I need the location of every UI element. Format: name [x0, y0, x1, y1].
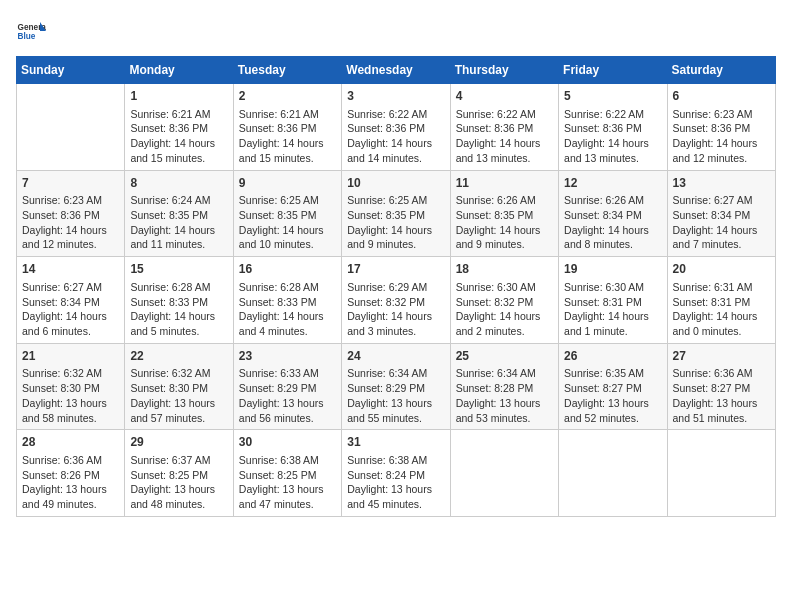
calendar-cell: 31Sunrise: 6:38 AMSunset: 8:24 PMDayligh… — [342, 430, 450, 517]
calendar-cell: 27Sunrise: 6:36 AMSunset: 8:27 PMDayligh… — [667, 343, 775, 430]
day-info: Daylight: 14 hours — [130, 223, 227, 238]
calendar-cell: 26Sunrise: 6:35 AMSunset: 8:27 PMDayligh… — [559, 343, 667, 430]
day-info: Daylight: 13 hours — [239, 396, 336, 411]
calendar-cell: 12Sunrise: 6:26 AMSunset: 8:34 PMDayligh… — [559, 170, 667, 257]
day-info: and 3 minutes. — [347, 324, 444, 339]
day-info: Sunset: 8:35 PM — [456, 208, 553, 223]
day-number: 15 — [130, 261, 227, 278]
calendar-cell: 1Sunrise: 6:21 AMSunset: 8:36 PMDaylight… — [125, 84, 233, 171]
day-header-thursday: Thursday — [450, 57, 558, 84]
day-info: and 7 minutes. — [673, 237, 770, 252]
day-info: Sunset: 8:36 PM — [673, 121, 770, 136]
day-info: and 2 minutes. — [456, 324, 553, 339]
calendar-cell — [667, 430, 775, 517]
calendar-cell: 17Sunrise: 6:29 AMSunset: 8:32 PMDayligh… — [342, 257, 450, 344]
day-info: Daylight: 14 hours — [673, 136, 770, 151]
header-row: SundayMondayTuesdayWednesdayThursdayFrid… — [17, 57, 776, 84]
day-info: Sunrise: 6:26 AM — [456, 193, 553, 208]
calendar-cell: 16Sunrise: 6:28 AMSunset: 8:33 PMDayligh… — [233, 257, 341, 344]
day-info: and 11 minutes. — [130, 237, 227, 252]
day-number: 22 — [130, 348, 227, 365]
day-info: Sunrise: 6:27 AM — [22, 280, 119, 295]
day-info: Daylight: 14 hours — [130, 309, 227, 324]
day-info: Sunrise: 6:32 AM — [22, 366, 119, 381]
day-info: and 14 minutes. — [347, 151, 444, 166]
day-info: and 10 minutes. — [239, 237, 336, 252]
calendar-cell: 6Sunrise: 6:23 AMSunset: 8:36 PMDaylight… — [667, 84, 775, 171]
calendar-cell: 7Sunrise: 6:23 AMSunset: 8:36 PMDaylight… — [17, 170, 125, 257]
day-info: and 12 minutes. — [673, 151, 770, 166]
calendar-cell: 19Sunrise: 6:30 AMSunset: 8:31 PMDayligh… — [559, 257, 667, 344]
day-info: and 1 minute. — [564, 324, 661, 339]
week-row-5: 28Sunrise: 6:36 AMSunset: 8:26 PMDayligh… — [17, 430, 776, 517]
day-info: Sunset: 8:26 PM — [22, 468, 119, 483]
day-header-friday: Friday — [559, 57, 667, 84]
day-info: Daylight: 14 hours — [347, 223, 444, 238]
calendar-cell: 15Sunrise: 6:28 AMSunset: 8:33 PMDayligh… — [125, 257, 233, 344]
calendar-cell: 5Sunrise: 6:22 AMSunset: 8:36 PMDaylight… — [559, 84, 667, 171]
day-info: Daylight: 14 hours — [564, 309, 661, 324]
day-info: Sunrise: 6:23 AM — [673, 107, 770, 122]
day-info: and 13 minutes. — [456, 151, 553, 166]
day-header-sunday: Sunday — [17, 57, 125, 84]
day-info: and 47 minutes. — [239, 497, 336, 512]
calendar-cell: 22Sunrise: 6:32 AMSunset: 8:30 PMDayligh… — [125, 343, 233, 430]
day-info: Sunrise: 6:38 AM — [347, 453, 444, 468]
day-info: Sunset: 8:35 PM — [130, 208, 227, 223]
day-info: Daylight: 14 hours — [673, 309, 770, 324]
day-number: 1 — [130, 88, 227, 105]
svg-text:Blue: Blue — [18, 32, 36, 41]
day-info: Sunrise: 6:34 AM — [456, 366, 553, 381]
day-number: 23 — [239, 348, 336, 365]
day-info: Sunrise: 6:36 AM — [22, 453, 119, 468]
calendar-cell: 4Sunrise: 6:22 AMSunset: 8:36 PMDaylight… — [450, 84, 558, 171]
day-info: Daylight: 14 hours — [22, 223, 119, 238]
day-info: Sunset: 8:34 PM — [564, 208, 661, 223]
day-info: Sunset: 8:35 PM — [347, 208, 444, 223]
day-info: Sunrise: 6:28 AM — [130, 280, 227, 295]
day-info: Sunset: 8:25 PM — [130, 468, 227, 483]
day-number: 19 — [564, 261, 661, 278]
day-number: 4 — [456, 88, 553, 105]
day-info: Sunrise: 6:26 AM — [564, 193, 661, 208]
day-info: and 4 minutes. — [239, 324, 336, 339]
day-number: 30 — [239, 434, 336, 451]
day-info: and 8 minutes. — [564, 237, 661, 252]
day-info: and 9 minutes. — [347, 237, 444, 252]
day-info: Sunset: 8:27 PM — [564, 381, 661, 396]
day-info: Sunset: 8:32 PM — [456, 295, 553, 310]
day-info: and 5 minutes. — [130, 324, 227, 339]
day-info: and 58 minutes. — [22, 411, 119, 426]
day-info: Sunset: 8:31 PM — [673, 295, 770, 310]
day-info: Sunset: 8:31 PM — [564, 295, 661, 310]
day-info: Daylight: 14 hours — [564, 223, 661, 238]
day-info: and 0 minutes. — [673, 324, 770, 339]
week-row-3: 14Sunrise: 6:27 AMSunset: 8:34 PMDayligh… — [17, 257, 776, 344]
day-info: Sunset: 8:28 PM — [456, 381, 553, 396]
day-number: 29 — [130, 434, 227, 451]
calendar-cell — [17, 84, 125, 171]
day-info: Sunrise: 6:21 AM — [239, 107, 336, 122]
day-info: Daylight: 14 hours — [130, 136, 227, 151]
day-info: Sunset: 8:36 PM — [239, 121, 336, 136]
day-number: 13 — [673, 175, 770, 192]
day-info: and 57 minutes. — [130, 411, 227, 426]
day-info: Sunset: 8:36 PM — [347, 121, 444, 136]
day-info: Sunrise: 6:23 AM — [22, 193, 119, 208]
day-number: 21 — [22, 348, 119, 365]
day-header-tuesday: Tuesday — [233, 57, 341, 84]
day-info: and 45 minutes. — [347, 497, 444, 512]
calendar-cell: 20Sunrise: 6:31 AMSunset: 8:31 PMDayligh… — [667, 257, 775, 344]
day-info: Sunrise: 6:24 AM — [130, 193, 227, 208]
day-info: and 6 minutes. — [22, 324, 119, 339]
day-info: Daylight: 13 hours — [347, 482, 444, 497]
day-info: and 49 minutes. — [22, 497, 119, 512]
calendar-cell: 13Sunrise: 6:27 AMSunset: 8:34 PMDayligh… — [667, 170, 775, 257]
day-info: Daylight: 13 hours — [347, 396, 444, 411]
day-number: 26 — [564, 348, 661, 365]
day-number: 14 — [22, 261, 119, 278]
day-info: and 52 minutes. — [564, 411, 661, 426]
day-info: Sunset: 8:29 PM — [347, 381, 444, 396]
day-info: Daylight: 14 hours — [564, 136, 661, 151]
day-info: Sunrise: 6:38 AM — [239, 453, 336, 468]
